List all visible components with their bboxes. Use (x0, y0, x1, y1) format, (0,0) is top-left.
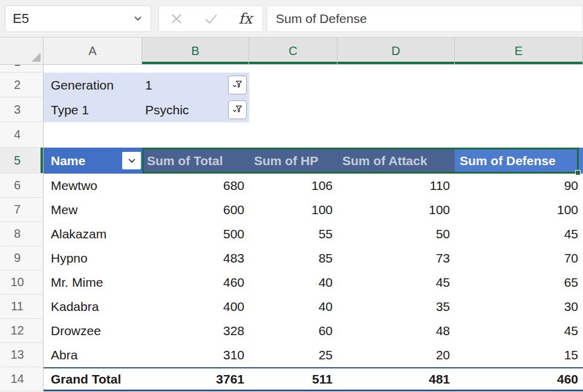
grand-total-total[interactable]: 3761 (142, 368, 249, 390)
cell-attack[interactable]: 45 (337, 270, 455, 295)
cell-attack[interactable]: 110 (337, 174, 455, 198)
row-1: 1 (0, 65, 583, 73)
column-headers: A B C D E (0, 38, 583, 65)
row-header-8[interactable]: 8 (0, 222, 44, 246)
formula-bar[interactable]: Sum of Defense (267, 5, 583, 32)
cell-name[interactable]: Alakazam (44, 222, 142, 246)
cell-total[interactable]: 600 (142, 198, 249, 222)
filter-field-label[interactable]: Type 1 (44, 97, 142, 122)
row-header-4[interactable]: 4 (0, 122, 44, 148)
cell-name[interactable]: Hypno (44, 246, 142, 270)
cell-defense[interactable]: 65 (455, 270, 583, 295)
cell-total[interactable]: 680 (142, 174, 249, 198)
cell-total[interactable]: 328 (142, 319, 249, 343)
pivot-header-sum-of-hp[interactable]: Sum of HP (249, 148, 337, 174)
column-header-b[interactable]: B (142, 38, 249, 65)
cell-name[interactable]: Mew (44, 198, 142, 222)
filter-value-cell[interactable]: Psychic (142, 97, 249, 122)
cell-name[interactable]: Kadabra (44, 295, 142, 319)
cancel-icon[interactable] (169, 11, 184, 26)
cell-total[interactable]: 460 (142, 270, 249, 295)
row-5-pivot-header: 5 Name Sum of Total Sum of HP Sum of Att… (0, 148, 583, 174)
cell-hp[interactable]: 55 (249, 222, 337, 246)
row-header-11[interactable]: 11 (0, 295, 44, 319)
filter-button-type1[interactable] (228, 100, 247, 119)
row-header-1[interactable]: 1 (0, 65, 44, 73)
empty-cells-row4[interactable] (44, 122, 583, 148)
row-4: 4 (0, 122, 583, 148)
row-header-2[interactable]: 2 (0, 73, 44, 97)
pivot-header-sum-of-attack[interactable]: Sum of Attack (337, 148, 455, 174)
cell-name[interactable]: Drowzee (44, 319, 142, 343)
pivot-header-name[interactable]: Name (44, 148, 142, 174)
row-header-14[interactable]: 14 (0, 367, 44, 391)
cell-name[interactable]: Mewtwo (44, 174, 142, 198)
cell-attack[interactable]: 35 (337, 295, 455, 319)
grand-total-hp[interactable]: 511 (249, 368, 337, 390)
cell-hp[interactable]: 100 (249, 198, 337, 222)
cell-attack[interactable]: 50 (337, 222, 455, 246)
column-header-e[interactable]: E (455, 38, 583, 65)
grand-total-row: 14 Grand Total 3761 511 481 460 (0, 367, 583, 391)
select-all-corner[interactable] (0, 38, 44, 65)
funnel-filter-icon (232, 79, 243, 91)
cell-name[interactable]: Abra (44, 343, 142, 367)
name-box-value: E5 (13, 11, 29, 27)
cell-defense[interactable]: 100 (455, 198, 583, 222)
cell-total[interactable]: 400 (142, 295, 249, 319)
column-header-c[interactable]: C (249, 38, 337, 65)
cell-a1[interactable] (44, 65, 583, 73)
insert-function-icon[interactable]: fx (239, 10, 252, 27)
empty-cells-row2[interactable] (249, 73, 583, 97)
name-box[interactable]: E5 (5, 5, 151, 32)
pivot-header-sum-of-total[interactable]: Sum of Total (142, 148, 249, 174)
table-row: 13 Abra 310 25 20 15 (0, 343, 583, 367)
table-row: 10 Mr. Mime 460 40 45 65 (0, 270, 583, 295)
cell-defense[interactable]: 45 (455, 222, 583, 246)
cell-attack[interactable]: 73 (337, 246, 455, 270)
cell-defense[interactable]: 70 (455, 246, 583, 270)
cell-hp[interactable]: 40 (249, 270, 337, 295)
row-header-12[interactable]: 12 (0, 319, 44, 343)
column-header-a[interactable]: A (44, 38, 142, 65)
cell-hp[interactable]: 25 (249, 343, 337, 367)
row-header-7[interactable]: 7 (0, 198, 44, 222)
chevron-down-icon[interactable] (132, 13, 143, 24)
name-filter-dropdown[interactable] (122, 152, 141, 169)
row-header-6[interactable]: 6 (0, 174, 44, 198)
cell-hp[interactable]: 60 (249, 319, 337, 343)
row-header-9[interactable]: 9 (0, 246, 44, 270)
grand-total-defense[interactable]: 460 (455, 368, 583, 390)
cell-attack[interactable]: 20 (337, 343, 455, 367)
grand-total-label[interactable]: Grand Total (44, 368, 142, 390)
table-row: 8 Alakazam 500 55 50 45 (0, 222, 583, 246)
cell-total[interactable]: 310 (142, 343, 249, 367)
grand-total-attack[interactable]: 481 (337, 368, 455, 390)
cell-attack[interactable]: 48 (337, 319, 455, 343)
cell-defense[interactable]: 15 (455, 343, 583, 367)
cell-hp[interactable]: 40 (249, 295, 337, 319)
cell-defense[interactable]: 45 (455, 319, 583, 343)
cell-name[interactable]: Mr. Mime (44, 270, 142, 295)
pivot-header-sum-of-defense-active-cell[interactable]: Sum of Defense (455, 148, 583, 174)
chevron-down-icon (127, 156, 137, 166)
row-header-10[interactable]: 10 (0, 270, 44, 295)
cell-hp[interactable]: 85 (249, 246, 337, 270)
filter-value: Psychic (145, 103, 189, 117)
empty-cells-row3[interactable] (249, 97, 583, 122)
table-row: 9 Hypno 483 85 73 70 (0, 246, 583, 270)
row-header-13[interactable]: 13 (0, 343, 44, 367)
cell-hp[interactable]: 106 (249, 174, 337, 198)
filter-value-cell[interactable]: 1 (142, 73, 249, 97)
cell-total[interactable]: 483 (142, 246, 249, 270)
cell-defense[interactable]: 30 (455, 295, 583, 319)
cell-attack[interactable]: 100 (337, 198, 455, 222)
enter-check-icon[interactable] (203, 11, 219, 26)
cell-defense[interactable]: 90 (455, 174, 583, 198)
row-header-3[interactable]: 3 (0, 97, 44, 122)
filter-field-label[interactable]: Generation (44, 73, 142, 97)
row-header-5[interactable]: 5 (0, 148, 44, 174)
column-header-d[interactable]: D (337, 38, 455, 65)
cell-total[interactable]: 500 (142, 222, 249, 246)
filter-button-generation[interactable] (228, 76, 247, 94)
